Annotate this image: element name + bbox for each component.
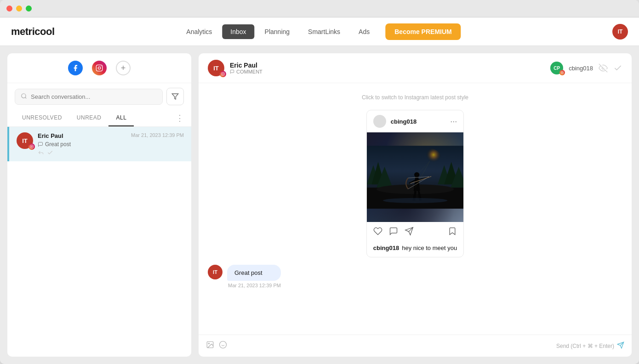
svg-point-3: [22, 93, 26, 97]
share-button[interactable]: [405, 227, 414, 238]
svg-point-2: [101, 66, 101, 67]
svg-point-22: [414, 172, 419, 177]
nav-analytics[interactable]: Analytics: [178, 24, 220, 39]
minimize-button[interactable]: [16, 6, 22, 11]
post-card-actions: [367, 222, 463, 243]
filter-button[interactable]: [166, 88, 184, 105]
search-input[interactable]: [31, 93, 157, 100]
nav-planning[interactable]: Planning: [257, 24, 298, 39]
resolve-button[interactable]: [613, 63, 622, 73]
tab-all[interactable]: ALL: [108, 110, 134, 126]
nav-ads[interactable]: Ads: [350, 24, 378, 39]
assigned-avatar: CP: [550, 62, 563, 74]
right-panel: IT Eric Paul COMMENT: [199, 53, 632, 357]
svg-point-13: [416, 148, 442, 174]
maximize-button[interactable]: [26, 6, 32, 11]
conv-header: Eric Paul Mar 21, 2023 12:39 PM: [38, 132, 184, 139]
send-button[interactable]: [617, 341, 624, 351]
chat-header-actions: CP cbing018: [550, 62, 622, 74]
left-panel: + UNRESO: [7, 53, 191, 357]
conv-actions: [38, 149, 184, 156]
traffic-lights: [6, 6, 32, 11]
svg-rect-7: [222, 73, 225, 76]
close-button[interactable]: [6, 6, 12, 11]
post-card-avatar: [373, 115, 386, 128]
post-image: [367, 132, 463, 222]
chat-user-info: Eric Paul COMMENT: [230, 62, 545, 74]
chat-header: IT Eric Paul COMMENT: [199, 53, 632, 83]
comment-bubble: Great post: [227, 265, 281, 281]
post-image-svg: [367, 132, 463, 222]
nav-links: Analytics Inbox Planning SmartLinks Ads …: [178, 23, 461, 40]
chat-input-area: Send (Ctrl + ⌘ + Enter): [199, 335, 632, 357]
switch-style-hint[interactable]: Click to switch to Instagram latest post…: [208, 92, 622, 102]
search-container: [15, 89, 163, 105]
post-card: cbing018 ···: [366, 110, 464, 257]
comment-time: Mar 21, 2023 12:39 PM: [227, 283, 281, 288]
bookmark-button[interactable]: [448, 227, 457, 238]
app-window: metricool Analytics Inbox Planning Smart…: [0, 0, 639, 364]
chat-input[interactable]: [233, 342, 551, 349]
commenter-avatar: IT: [208, 265, 223, 279]
svg-point-6: [31, 146, 33, 148]
conv-avatar: IT: [17, 132, 33, 149]
search-icon: [21, 93, 27, 101]
chat-body: Click to switch to Instagram latest post…: [199, 83, 632, 335]
emoji-icon[interactable]: [219, 341, 227, 351]
caption-username: cbing018: [373, 245, 399, 251]
svg-rect-9: [561, 72, 564, 74]
svg-point-33: [220, 341, 227, 348]
post-card-more[interactable]: ···: [450, 117, 457, 126]
premium-button[interactable]: Become PREMIUM: [385, 23, 461, 40]
comment-area: IT Great post Mar 21, 2023 12:39 PM: [208, 265, 622, 292]
reply-icon: [38, 149, 44, 156]
conv-preview-text: Great post: [45, 141, 71, 148]
send-hint-text: Send (Ctrl + ⌘ + Enter): [556, 343, 614, 349]
svg-marker-4: [172, 94, 178, 99]
conv-time: Mar 21, 2023 12:39 PM: [131, 132, 184, 138]
tab-unresolved[interactable]: UNRESOLVED: [15, 110, 69, 126]
chat-send-hint: Send (Ctrl + ⌘ + Enter): [556, 341, 624, 351]
svg-point-10: [562, 72, 563, 73]
tabs-row: UNRESOLVED UNREAD ALL ⋮: [7, 110, 191, 127]
assigned-name: cbing018: [569, 65, 593, 72]
chat-user-avatar: IT: [208, 60, 224, 76]
svg-rect-5: [30, 145, 34, 148]
title-bar: [0, 0, 639, 17]
assigned-badge: [559, 70, 565, 75]
conv-name: Eric Paul: [38, 132, 63, 139]
tabs-more-icon[interactable]: ⋮: [176, 113, 184, 123]
chat-user-name: Eric Paul: [230, 62, 545, 69]
check-icon: [47, 149, 53, 156]
conv-preview: Great post: [38, 141, 184, 148]
instagram-badge: [29, 143, 35, 150]
social-icons-row: +: [7, 53, 191, 83]
chat-user-type: COMMENT: [230, 69, 545, 74]
svg-point-26: [383, 198, 447, 203]
search-bar: [7, 83, 191, 110]
post-card-header: cbing018 ···: [367, 110, 463, 132]
like-button[interactable]: [373, 227, 382, 238]
svg-rect-0: [96, 65, 102, 71]
add-social-button[interactable]: +: [116, 61, 131, 75]
svg-point-8: [223, 74, 224, 75]
nav-inbox[interactable]: Inbox: [222, 24, 254, 39]
caption-text: hey nice to meet you: [402, 245, 457, 251]
hide-button[interactable]: [599, 63, 608, 73]
nav-smartlinks[interactable]: SmartLinks: [300, 24, 348, 39]
comment-button[interactable]: [389, 227, 398, 238]
app-logo: metricool: [11, 26, 55, 38]
main-content: + UNRESO: [0, 46, 639, 364]
attach-image-icon[interactable]: [206, 341, 214, 351]
tab-unread[interactable]: UNREAD: [69, 110, 109, 126]
svg-point-32: [208, 343, 209, 344]
facebook-icon[interactable]: [68, 61, 83, 75]
conversation-item[interactable]: IT Eric Paul Mar 21, 2023 12:39 PM: [7, 127, 191, 161]
instagram-icon[interactable]: [92, 61, 107, 75]
assigned-initials: CP: [553, 66, 560, 71]
conversation-list: IT Eric Paul Mar 21, 2023 12:39 PM: [7, 127, 191, 357]
user-avatar[interactable]: IT: [612, 24, 628, 40]
svg-point-1: [98, 67, 100, 69]
conv-body: Eric Paul Mar 21, 2023 12:39 PM Great po…: [38, 132, 184, 156]
comment-content: Great post Mar 21, 2023 12:39 PM: [227, 265, 281, 288]
